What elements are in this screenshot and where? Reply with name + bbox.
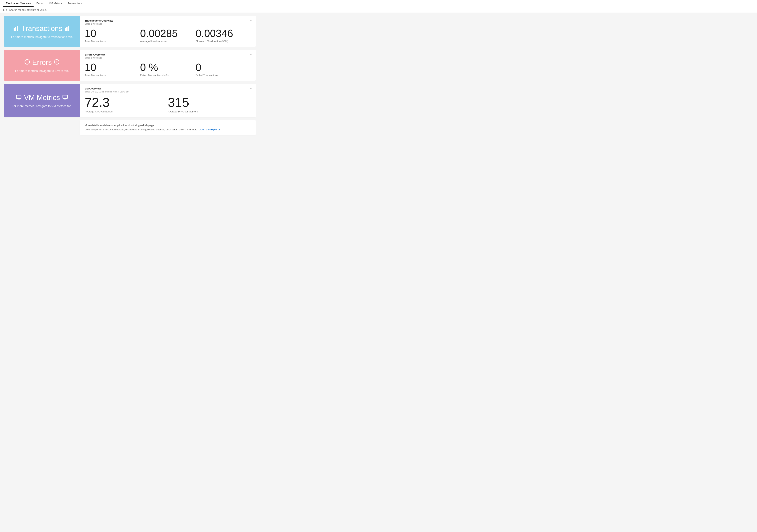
svg-rect-12 [16,95,21,99]
vm-metric-1: 315 Average Physical Memory [168,96,251,113]
svg-rect-1 [15,27,16,31]
vm-metric-label-1: Average Physical Memory [168,110,247,113]
tab-transactions[interactable]: Transactions [65,0,85,7]
errors-metric-label-1: Failed Transactions In % [140,74,192,77]
transactions-icon-left [14,26,19,31]
svg-rect-7 [65,28,66,31]
errors-overview-title: Errors Overview [85,53,251,56]
errors-metric-0: 10 Total Transactions [85,62,140,77]
vm-metric-0: 72.3 Average CPU Utilization [85,96,168,113]
transactions-metric-2: 0.00346 Slowest 10%/duration (90%) [196,28,251,43]
vm-label: VM Metrics [24,94,60,102]
transactions-menu-button[interactable]: ··· [249,19,253,22]
search-input[interactable] [9,8,754,12]
vm-overview-header: VM Overview Since Oct 27, 10:43 am until… [85,87,251,93]
errors-metric-label-2: Failed Transactions [196,74,247,77]
transactions-icon-right [65,26,70,31]
transactions-metric-value-1: 0.00285 [140,28,192,39]
transactions-metric-label-2: Slowest 10%/duration (90%) [196,40,247,43]
main-content: Transactions For more metrics, navigate … [0,13,260,138]
svg-rect-2 [17,26,18,31]
svg-rect-5 [66,27,68,31]
vm-metric-value-0: 72.3 [85,96,164,109]
errors-metric-label-0: Total Transactions [85,74,136,77]
transactions-metric-1: 0.00285 Average/duration in sec [140,28,196,43]
search-bar: ⊟ ▾ [0,7,757,13]
transactions-section: Transactions For more metrics, navigate … [4,16,256,47]
vm-metric-label-0: Average CPU Utilization [85,110,164,113]
filter-icon[interactable]: ⊟ ▾ [3,8,7,12]
footer-text: More details available on Application Mo… [85,123,251,132]
errors-metric-value-0: 10 [85,62,136,73]
vm-metric-value-1: 315 [168,96,247,109]
footer-line1: More details available on Application Mo… [85,123,251,128]
vm-subtitle: For more metrics, navigate to VM Metrics… [12,104,72,108]
footer-section: More details available on Application Mo… [80,120,256,135]
vm-section: VM Metrics For more metrics, navigate to… [4,84,256,117]
nav-tabs: Feedparser Overview Errors VM Metrics Tr… [3,0,85,7]
errors-metric-value-1: 0 % [140,62,192,73]
transactions-metric-value-2: 0.00346 [196,28,247,39]
transactions-metric-0: 10 Total Transactions [85,28,140,43]
errors-icon-left: ! [25,59,30,66]
errors-metric-value-2: 0 [196,62,247,73]
svg-text:!: ! [56,60,57,64]
tab-errors[interactable]: Errors [34,0,46,7]
footer-explorer-link[interactable]: Open the Explorer. [199,128,221,131]
vm-panel-left: VM Metrics For more metrics, navigate to… [4,84,80,117]
errors-panel-right: Errors Overview Since 1 week ago ··· 10 … [80,50,256,81]
errors-label: Errors [32,58,52,67]
transactions-metric-label-1: Average/duration in sec [140,40,192,43]
svg-text:!: ! [27,60,28,64]
transactions-overview-title: Transactions Overview [85,19,251,22]
vm-overview-subtitle: Since Oct 27, 10:43 am until Nov 3, 09:4… [85,90,251,93]
errors-icon-right: ! [54,59,59,66]
errors-title: ! Errors ! [25,58,59,67]
vm-icon-left [16,94,21,101]
errors-overview-subtitle: Since 1 week ago [85,56,251,59]
svg-rect-16 [63,95,68,99]
transactions-subtitle: For more metrics, navigate to transactio… [11,35,73,39]
transactions-metric-value-0: 10 [85,28,136,39]
transactions-panel-right: Transactions Overview Since 1 week ago ·… [80,16,256,47]
tab-vm-metrics[interactable]: VM Metrics [46,0,65,7]
transactions-label: Transactions [21,24,63,33]
footer-line2-prefix: Dive deeper on transaction details, dist… [85,128,198,131]
transactions-overview-header: Transactions Overview Since 1 week ago [85,19,251,25]
svg-rect-6 [68,26,69,31]
transactions-title: Transactions [14,24,71,33]
errors-metric-1: 0 % Failed Transactions In % [140,62,196,77]
nav-bar: Feedparser Overview Errors VM Metrics Tr… [0,0,757,7]
transactions-panel-left: Transactions For more metrics, navigate … [4,16,80,47]
tab-overview[interactable]: Feedparser Overview [3,0,34,7]
vm-overview-title: VM Overview [85,87,251,90]
errors-metrics: 10 Total Transactions 0 % Failed Transac… [85,62,251,77]
transactions-overview-subtitle: Since 1 week ago [85,22,251,25]
transactions-metric-label-0: Total Transactions [85,40,136,43]
errors-overview-header: Errors Overview Since 1 week ago [85,53,251,59]
vm-metrics: 72.3 Average CPU Utilization 315 Average… [85,96,251,113]
footer-line2: Dive deeper on transaction details, dist… [85,128,251,132]
vm-menu-button[interactable]: ··· [249,87,253,90]
errors-section: ! Errors ! For more metrics, navigate to… [4,50,256,81]
errors-subtitle: For more metrics, navigate to Errors tab… [15,69,69,73]
transactions-metrics: 10 Total Transactions 0.00285 Average/du… [85,28,251,43]
svg-rect-3 [14,28,15,31]
errors-metric-2: 0 Failed Transactions [196,62,251,77]
vm-icon-right [62,94,68,101]
vm-panel-right: VM Overview Since Oct 27, 10:43 am until… [80,84,256,117]
errors-panel-left: ! Errors ! For more metrics, navigate to… [4,50,80,81]
errors-menu-button[interactable]: ··· [249,53,253,56]
vm-title: VM Metrics [16,94,68,102]
